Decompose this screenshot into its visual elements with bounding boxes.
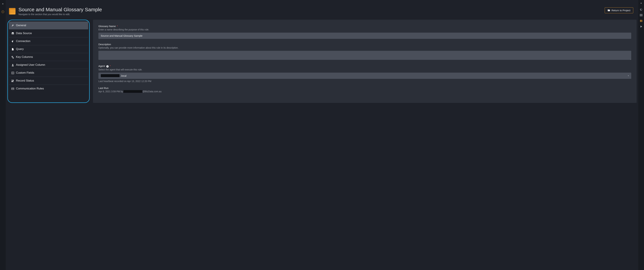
return-to-project-label: Return to Project (612, 9, 630, 12)
agent-label: Agent (98, 65, 105, 67)
nav-item-label: General (16, 24, 26, 27)
agent-help: Select the agent that will execute this … (98, 68, 631, 71)
nav-item-communication-rules[interactable]: Communication Rules (9, 85, 88, 93)
grid-icon[interactable] (640, 14, 642, 17)
nav-item-label: Key Columns (16, 55, 33, 59)
heartbeat-time: Apr 13, 2022 12:20 PM (127, 80, 151, 83)
glossary-name-label: Glossary Name (98, 25, 116, 28)
nav-item-record-status[interactable]: Record Status (9, 77, 88, 85)
folder-icon (608, 9, 610, 12)
svg-rect-7 (12, 40, 13, 41)
redacted-text (124, 90, 142, 93)
description-label: Description (98, 43, 111, 46)
columns-icon (11, 71, 14, 75)
svg-rect-6 (13, 40, 13, 41)
field-glossary-name: Glossary Name * Enter a name describing … (98, 25, 631, 39)
undo-icon[interactable] (640, 8, 642, 11)
expand-left-icon[interactable]: » (2, 2, 4, 6)
form-panel: Glossary Name * Enter a name describing … (93, 20, 636, 103)
glossary-name-help: Enter a name describing the purpose of t… (98, 28, 631, 31)
section-nav: General Data Source Connection (8, 20, 90, 103)
svg-point-9 (12, 64, 13, 65)
play-icon[interactable] (640, 25, 642, 28)
nav-item-label: Query (16, 47, 24, 51)
database-icon (11, 32, 14, 35)
nav-item-connection[interactable]: Connection (9, 37, 88, 45)
last-run-domain: @BizData.com.au (142, 90, 162, 93)
nav-item-label: Assigned User Column (16, 63, 45, 67)
last-run-label: Last Run (98, 87, 108, 89)
field-last-run: Last Run Apr 6, 2021 3:59 PM by @BizData… (98, 87, 631, 93)
last-run-time-by: Apr 6, 2021 3:59 PM by (98, 90, 123, 93)
svg-rect-14 (640, 14, 642, 16)
collapse-right-icon[interactable]: « (640, 2, 642, 4)
agent-selected-suffix: .local (120, 74, 126, 77)
svg-rect-4 (9, 8, 10, 15)
field-agent: Agent i * Select the agent that will exe… (98, 65, 631, 83)
nav-item-label: Data Source (16, 32, 32, 35)
description-input[interactable] (98, 51, 631, 60)
heartbeat-prefix: Last heartbeat recorded on (98, 80, 127, 83)
nav-item-query[interactable]: Query (9, 45, 88, 53)
book-icon (8, 7, 16, 16)
nav-item-label: Record Status (16, 79, 34, 82)
page-subtitle: Navigate to the section that you would l… (18, 13, 102, 16)
add-button[interactable]: + (2, 11, 4, 13)
edit-icon (11, 79, 14, 82)
svg-rect-3 (10, 12, 15, 13)
wrench-icon (11, 24, 14, 27)
nav-item-assigned-user-column[interactable]: Assigned User Column (9, 61, 88, 69)
envelope-icon (11, 87, 14, 90)
return-to-project-button[interactable]: Return to Project (605, 8, 633, 13)
nav-item-label: Connection (16, 40, 30, 43)
key-icon (11, 55, 14, 59)
nav-item-label: Custom Fields (16, 71, 34, 75)
required-indicator: * (110, 65, 111, 67)
nav-item-data-source[interactable]: Data Source (9, 30, 88, 37)
nav-item-key-columns[interactable]: Key Columns (9, 53, 88, 61)
user-icon (11, 63, 14, 67)
plug-icon (11, 40, 14, 43)
page-header: Source and Manual Glossary Sample Naviga… (6, 0, 638, 19)
required-indicator: * (117, 25, 118, 28)
nav-item-label: Communication Rules (16, 87, 44, 90)
svg-rect-2 (10, 11, 15, 11)
nav-item-general[interactable]: General (9, 22, 88, 30)
file-icon (11, 47, 14, 51)
agent-select[interactable]: .local (98, 73, 631, 79)
save-icon[interactable] (640, 20, 642, 22)
main-content: Source and Manual Glossary Sample Naviga… (6, 0, 638, 270)
left-rail: » + (0, 0, 6, 270)
field-description: Description Optionally, you can provide … (98, 43, 631, 61)
info-icon[interactable]: i (106, 65, 109, 68)
right-rail: « (638, 0, 644, 270)
page-title: Source and Manual Glossary Sample (18, 7, 102, 12)
glossary-name-input[interactable] (98, 33, 631, 39)
nav-item-custom-fields[interactable]: Custom Fields (9, 69, 88, 77)
description-help: Optionally, you can provide more informa… (98, 46, 631, 49)
